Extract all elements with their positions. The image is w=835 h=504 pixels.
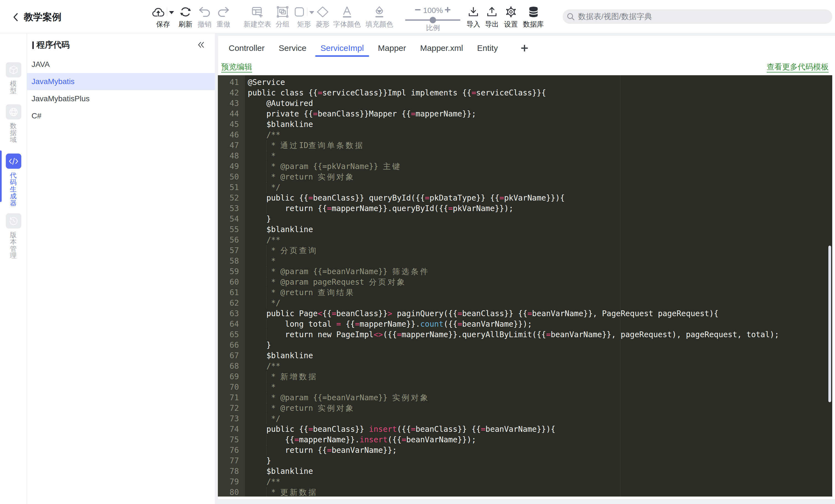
export-button[interactable]: 导出 <box>485 5 499 28</box>
rail-item-label: 模型 <box>0 80 26 94</box>
redo-icon <box>217 6 229 17</box>
code-line: * @param {{=beanVarName}} 筛选条件 <box>218 266 832 277</box>
code-line: * 更新数据 <box>218 487 832 497</box>
indent-guide <box>266 329 267 340</box>
indent-guide <box>266 256 267 266</box>
code-line: * @return 实例对象 <box>218 403 832 414</box>
caret-down-icon[interactable] <box>169 10 174 14</box>
app-window: 教学案例 保存刷新撤销重做新建空表分组矩形菱形字体颜色填充颜色 100% 比例 … <box>0 0 835 504</box>
code-line: $blankline <box>218 224 832 235</box>
code-line: /** <box>218 235 832 245</box>
refresh-button[interactable]: 刷新 <box>179 5 192 28</box>
group-button[interactable]: 分组 <box>276 5 289 28</box>
template-item-JavaMybatisPlus[interactable]: JavaMybatisPlus <box>27 90 215 107</box>
zoom-in-button[interactable] <box>444 5 452 14</box>
preview-edit-link[interactable]: 预览编辑 <box>221 62 252 73</box>
indent-guide <box>266 392 267 403</box>
toolbar-button-label: 字体颜色 <box>333 20 361 28</box>
diamond-icon <box>317 6 329 18</box>
font-color-button[interactable]: 字体颜色 <box>333 5 361 28</box>
rail-item-label: 版本管理 <box>0 231 26 259</box>
template-item-JavaMybatis[interactable]: JavaMybatis <box>27 73 215 90</box>
code-line: } <box>218 340 832 350</box>
code-line: private {{=beanClass}}Mapper {{=mapperNa… <box>218 109 832 119</box>
panel-title: 程序代码 <box>37 37 70 53</box>
template-item-JAVA[interactable]: JAVA <box>27 56 215 73</box>
new-table-button[interactable]: 新建空表 <box>244 5 271 28</box>
fill-color-icon <box>374 6 385 18</box>
toolbar-button-label: 数据库 <box>523 20 544 28</box>
back-chevron-icon <box>12 12 20 22</box>
code-line: @Service <box>218 77 832 88</box>
code-editor[interactable]: 4142434445464748495051525354555657585960… <box>218 75 832 497</box>
indent-guide <box>266 151 267 161</box>
export-icon <box>486 6 497 17</box>
caret-down-icon[interactable] <box>309 10 314 14</box>
tab-Mapper[interactable]: Mapper <box>378 39 406 57</box>
editor-scrollbar-thumb[interactable] <box>828 246 831 402</box>
indent-guide <box>266 182 267 193</box>
toolbar-button-label: 设置 <box>504 20 518 28</box>
globe-icon <box>6 104 21 120</box>
settings-button[interactable]: 设置 <box>504 5 518 28</box>
rectangle-button[interactable]: 矩形 <box>294 5 314 28</box>
indent-guide <box>266 266 267 277</box>
plus-icon <box>521 44 529 52</box>
tab-ServiceImpl[interactable]: ServiceImpl <box>321 39 364 57</box>
toolbar-button-label: 刷新 <box>179 20 192 28</box>
more-templates-link[interactable]: 查看更多代码模板 <box>767 62 829 73</box>
code-line: /** <box>218 361 832 371</box>
back-button[interactable]: 教学案例 <box>12 9 61 25</box>
import-button[interactable]: 导入 <box>466 5 480 28</box>
template-item-C#[interactable]: C# <box>27 107 215 124</box>
rail-item-label: 数据域 <box>0 122 26 143</box>
tab-Service[interactable]: Service <box>279 39 306 57</box>
code-line: $blankline <box>218 466 832 477</box>
code-line: * <box>218 382 832 392</box>
save-cloud-icon <box>152 7 164 17</box>
zoom-slider-label: 比例 <box>416 23 450 32</box>
file-tabs: ControllerServiceServiceImplMapperMapper… <box>229 35 529 57</box>
undo-button[interactable]: 撤销 <box>198 5 211 28</box>
button-divider <box>307 7 307 16</box>
indent-guide <box>266 435 267 445</box>
code-line: * <box>218 256 832 266</box>
collapse-panel-button[interactable] <box>197 41 205 49</box>
diamond-button[interactable]: 菱形 <box>316 5 330 28</box>
redo-button[interactable]: 重做 <box>217 5 230 28</box>
code-line: */ <box>218 414 832 424</box>
code-line: $blankline <box>218 119 832 130</box>
indent-guide <box>266 487 267 497</box>
code-line: } <box>218 456 832 466</box>
indent-guide <box>266 203 267 214</box>
code-line: public {{=beanClass}} queryById({{=pkDat… <box>218 193 832 203</box>
code-line: $blankline <box>218 350 832 361</box>
refresh-icon <box>180 6 191 18</box>
toolbar-button-label: 保存 <box>156 20 170 28</box>
tab-Entity[interactable]: Entity <box>477 39 498 57</box>
add-tab-button[interactable] <box>521 44 529 52</box>
font-color-icon <box>342 6 352 18</box>
indent-guide <box>266 287 267 298</box>
fill-color-button[interactable]: 填充颜色 <box>366 5 393 28</box>
panel-title-accent-bar <box>32 41 34 49</box>
tab-Mapper.xml[interactable]: Mapper.xml <box>420 39 463 57</box>
rail-item-label: 代码生成器 <box>0 172 26 206</box>
tab-Controller[interactable]: Controller <box>229 39 265 57</box>
indent-guide <box>266 172 267 182</box>
search-box[interactable]: 数据表/视图/数据字典 <box>563 9 832 24</box>
database-icon <box>528 6 538 18</box>
save-button[interactable]: 保存 <box>152 5 174 28</box>
code-line: return {{=beanVarName}}; <box>218 445 832 456</box>
database-button[interactable]: 数据库 <box>523 5 544 28</box>
plus-icon <box>444 5 452 14</box>
indent-guide <box>266 414 267 424</box>
code-icon <box>6 154 21 169</box>
zoom-slider-thumb[interactable] <box>430 17 436 23</box>
double-chevron-left-icon <box>197 41 205 49</box>
search-icon <box>567 13 575 21</box>
gear-icon <box>505 6 517 18</box>
code-line: * @param pageRequest 分页对象 <box>218 277 832 287</box>
code-line: public {{=beanClass}} insert({{=beanClas… <box>218 424 832 435</box>
code-line: */ <box>218 182 832 193</box>
